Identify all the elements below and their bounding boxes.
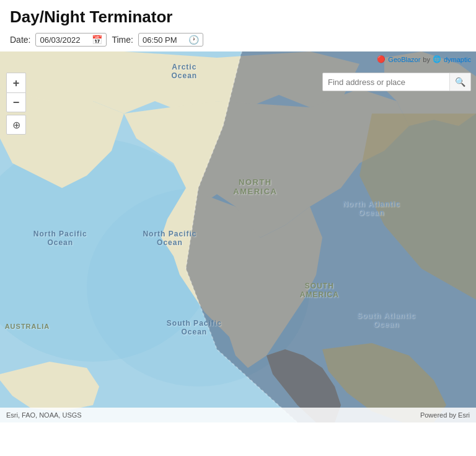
attribution-bar: Esri, FAO, NOAA, USGS Powered by Esri bbox=[0, 408, 476, 422]
clock-icon[interactable]: 🕐 bbox=[188, 35, 199, 45]
location-button[interactable]: ⊕ bbox=[6, 115, 26, 135]
search-box[interactable]: 🔍 bbox=[322, 73, 471, 91]
dymaptic-link[interactable]: dymaptic bbox=[444, 56, 471, 63]
date-input[interactable] bbox=[40, 35, 89, 45]
map-container[interactable]: ArcticOcean North PacificOcean North Pac… bbox=[0, 51, 476, 422]
page-title: Day/Night Terminator bbox=[0, 0, 476, 30]
zoom-in-button[interactable]: + bbox=[6, 73, 26, 92]
calendar-icon[interactable]: 📅 bbox=[92, 35, 102, 45]
time-input-wrapper[interactable]: 🕐 bbox=[138, 33, 203, 47]
date-label: Date: bbox=[10, 35, 30, 45]
attribution-right: Powered by Esri bbox=[420, 411, 470, 419]
controls-bar: Date: 📅 Time: 🕐 bbox=[0, 30, 476, 51]
geoblazor-attribution: 🔴 GeoBlazor by 🌐 dymaptic bbox=[377, 55, 471, 63]
by-text: by bbox=[423, 56, 430, 63]
time-input[interactable] bbox=[143, 35, 186, 45]
search-button[interactable]: 🔍 bbox=[449, 73, 470, 91]
attribution-left: Esri, FAO, NOAA, USGS bbox=[6, 411, 82, 419]
geoblazor-icon: 🔴 bbox=[377, 55, 386, 63]
date-input-wrapper[interactable]: 📅 bbox=[35, 33, 107, 47]
map-svg bbox=[0, 51, 476, 422]
zoom-controls: + − bbox=[6, 73, 26, 112]
dymaptic-icon: 🌐 bbox=[433, 55, 441, 63]
time-label: Time: bbox=[112, 35, 133, 45]
search-input[interactable] bbox=[323, 74, 449, 91]
location-icon: ⊕ bbox=[12, 119, 20, 131]
geoblazor-link[interactable]: GeoBlazor bbox=[388, 56, 420, 63]
zoom-out-button[interactable]: − bbox=[6, 92, 26, 112]
